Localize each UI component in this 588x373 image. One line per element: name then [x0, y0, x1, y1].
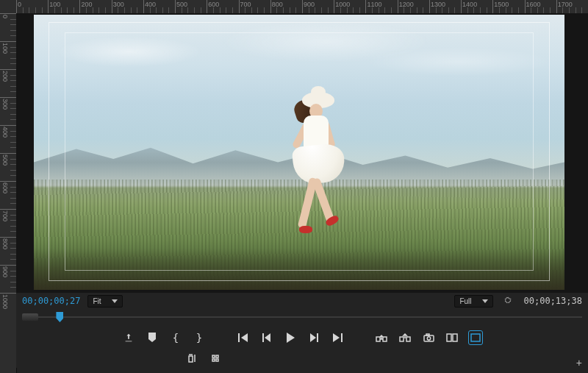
go-to-out-button[interactable] [331, 331, 344, 344]
svg-rect-14 [189, 356, 193, 362]
svg-rect-0 [238, 333, 240, 342]
transport-row-2 [16, 349, 588, 368]
svg-rect-7 [406, 337, 410, 341]
ruler-vertical[interactable]: 01002003004005006007008009001000 [0, 13, 17, 373]
program-monitor-panel: 0100200300400500600700800900100011001200… [0, 0, 588, 373]
playhead[interactable] [56, 312, 63, 322]
safe-margins-button[interactable] [469, 331, 482, 344]
insert-button[interactable] [187, 352, 200, 365]
chevron-down-icon [112, 299, 118, 303]
svg-rect-3 [341, 333, 343, 342]
export-still-button[interactable] [422, 331, 435, 344]
button-editor-add-button[interactable]: + [576, 357, 582, 369]
zoom-dropdown[interactable]: Fit [87, 295, 122, 308]
chevron-down-icon [482, 299, 488, 303]
transport-controls: { } [16, 327, 588, 349]
ruler-origin [0, 0, 17, 14]
svg-rect-2 [317, 333, 318, 342]
add-marker-button[interactable] [146, 331, 159, 344]
step-back-button[interactable] [260, 331, 273, 344]
resolution-dropdown[interactable]: Full [454, 295, 492, 308]
video-frame [34, 15, 564, 290]
svg-rect-11 [447, 334, 451, 341]
mini-timeline-handle[interactable] [22, 313, 38, 321]
total-timecode[interactable]: 00;00;13;38 [524, 296, 582, 306]
extract-button[interactable] [398, 331, 412, 344]
svg-rect-5 [383, 337, 387, 341]
mini-timeline[interactable] [16, 309, 588, 328]
mark-out-button[interactable]: } [193, 331, 206, 344]
svg-rect-4 [376, 337, 380, 341]
svg-rect-1 [262, 333, 264, 342]
current-timecode[interactable]: 00;00;00;27 [22, 296, 80, 306]
overwrite-button[interactable] [210, 352, 223, 365]
go-to-in-button[interactable] [237, 331, 250, 344]
info-bar: 00;00;00;27 Fit Full 00;00;13;38 [16, 293, 588, 309]
step-forward-button[interactable] [307, 331, 320, 344]
svg-point-9 [427, 337, 430, 340]
comparison-view-button[interactable] [445, 331, 459, 344]
mark-in-button[interactable]: { [169, 331, 182, 344]
export-frame-button[interactable] [122, 331, 135, 344]
lift-button[interactable] [375, 331, 388, 344]
canvas-area[interactable] [16, 13, 588, 293]
svg-rect-12 [453, 334, 457, 341]
svg-rect-6 [400, 337, 404, 341]
resolution-label: Full [459, 297, 471, 305]
zoom-label: Fit [93, 297, 101, 305]
mini-timeline-track[interactable] [38, 316, 582, 318]
play-button[interactable] [284, 331, 297, 344]
svg-rect-10 [426, 334, 429, 335]
settings-icon[interactable] [501, 296, 517, 306]
ruler-horizontal[interactable]: 0100200300400500600700800900100011001200… [16, 0, 588, 14]
svg-rect-13 [471, 334, 480, 341]
